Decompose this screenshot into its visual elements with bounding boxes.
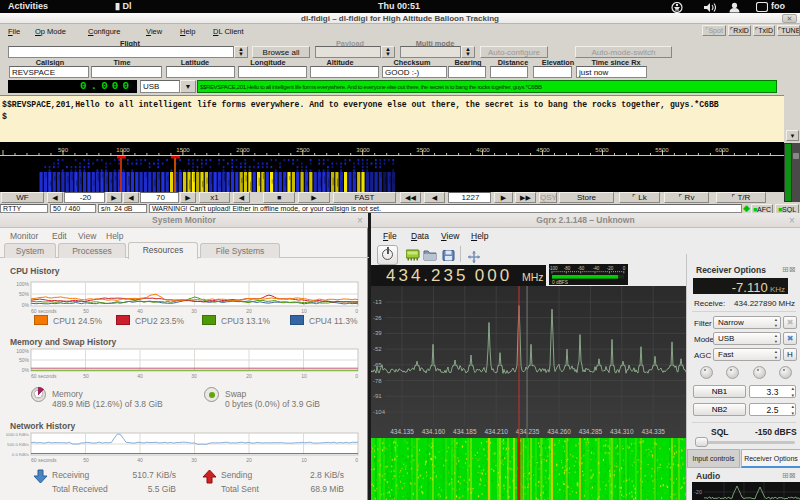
svg-text:-91: -91: [373, 393, 382, 399]
svg-text:0: 0: [355, 457, 358, 463]
svg-text:60 seconds: 60 seconds: [31, 373, 57, 379]
svg-text:60 seconds: 60 seconds: [31, 457, 57, 463]
svg-text:434.285: 434.285: [579, 428, 603, 435]
svg-text:50%: 50%: [19, 291, 30, 297]
svg-text:10: 10: [301, 373, 307, 379]
svg-text:10: 10: [301, 457, 307, 463]
svg-text:60 seconds: 60 seconds: [31, 308, 57, 314]
svg-text:30: 30: [191, 457, 197, 463]
svg-text:30: 30: [191, 373, 197, 379]
svg-text:-20: -20: [694, 489, 702, 495]
svg-text:434.260: 434.260: [547, 428, 571, 435]
svg-text:50: 50: [83, 373, 89, 379]
svg-text:-26: -26: [373, 315, 382, 321]
svg-text:2000: 2000: [236, 147, 250, 153]
svg-text:4500: 4500: [536, 147, 550, 153]
svg-text:20: 20: [246, 457, 252, 463]
svg-text:0%: 0%: [22, 367, 30, 373]
svg-text:434.185: 434.185: [453, 428, 477, 435]
svg-text:10: 10: [301, 308, 307, 314]
svg-text:40: 40: [137, 308, 143, 314]
svg-text:434.135: 434.135: [390, 428, 414, 435]
svg-text:-52: -52: [373, 346, 382, 352]
svg-text:100%: 100%: [16, 281, 29, 287]
svg-text:100%: 100%: [16, 348, 29, 354]
svg-text:-80: -80: [564, 266, 571, 271]
svg-text:-104: -104: [373, 409, 386, 415]
svg-text:434.210: 434.210: [484, 428, 508, 435]
svg-text:434.335: 434.335: [641, 428, 665, 435]
svg-text:434.310: 434.310: [610, 428, 634, 435]
svg-text:40: 40: [137, 457, 143, 463]
svg-text:500.0 KiB/s: 500.0 KiB/s: [7, 442, 29, 447]
svg-text:0 dBFS: 0 dBFS: [552, 280, 568, 285]
svg-text:-78: -78: [373, 378, 382, 384]
svg-text:0: 0: [355, 308, 358, 314]
svg-text:3000: 3000: [356, 147, 370, 153]
svg-text:434.160: 434.160: [422, 428, 446, 435]
svg-text:0%: 0%: [22, 302, 30, 308]
svg-text:3500: 3500: [416, 147, 430, 153]
svg-text:-40: -40: [593, 266, 600, 271]
svg-text:30: 30: [191, 308, 197, 314]
svg-text:-60: -60: [578, 266, 585, 271]
svg-text:4000: 4000: [476, 147, 490, 153]
svg-text:0: 0: [355, 373, 358, 379]
svg-text:-39: -39: [373, 330, 382, 336]
svg-text:2500: 2500: [296, 147, 310, 153]
svg-text:50%: 50%: [19, 357, 30, 363]
svg-text:40: 40: [137, 373, 143, 379]
svg-text:20: 20: [246, 373, 252, 379]
svg-text:20: 20: [246, 308, 252, 314]
svg-text:-20: -20: [607, 266, 614, 271]
svg-text:0.0 KiB/s: 0.0 KiB/s: [12, 452, 29, 457]
svg-text:50: 50: [83, 308, 89, 314]
svg-text:1000.0 KiB/s: 1000.0 KiB/s: [6, 432, 29, 437]
svg-text:50: 50: [83, 457, 89, 463]
svg-text:-100: -100: [549, 266, 558, 271]
svg-text:-13: -13: [373, 299, 382, 305]
